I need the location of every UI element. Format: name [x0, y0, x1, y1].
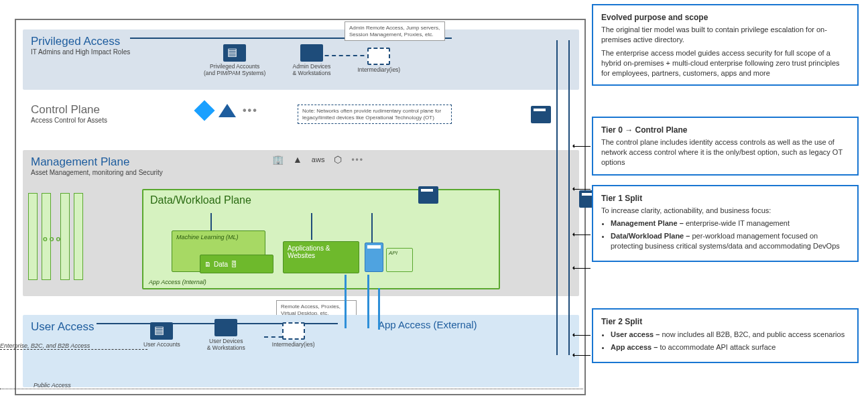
- privileged-accounts-icon: Privileged Accounts (and PIM/PAM Systems…: [204, 44, 265, 77]
- file-icon: 🗎: [204, 261, 211, 268]
- enterprise-access-diagram: Privileged Access IT Admins and High Imp…: [15, 19, 586, 395]
- more-icon: •••: [351, 155, 364, 164]
- enterprise-access-line: [0, 349, 147, 350]
- app-access-internal-label: App Access (Internal): [149, 279, 206, 285]
- api-box: API: [386, 248, 413, 272]
- enterprise-access-label: Enterprise, B2C, and B2B Access: [0, 342, 90, 349]
- database-icon: 🗄: [231, 261, 237, 268]
- list-item: Management Plane – enterprise-wide IT ma…: [611, 218, 849, 228]
- app-access-external-label: App Access (External): [378, 319, 477, 330]
- more-workloads-icon: ooo: [43, 234, 62, 243]
- workload-title: Data/Workload Plane: [150, 194, 492, 206]
- control-plane-icons: •••: [197, 103, 258, 118]
- annotation-evolved-scope: Evolved purpose and scope The original t…: [592, 4, 859, 86]
- user-accounts-icon: User Accounts: [143, 322, 180, 348]
- annotation-arrow: [574, 335, 591, 336]
- annotation-arrow: [574, 234, 591, 235]
- annotation-arrow: [574, 355, 591, 356]
- account-card-icon: [150, 322, 173, 340]
- annotation-arrow: [574, 146, 591, 147]
- applications-box: Applications & Websites: [283, 241, 359, 273]
- privileged-access-plane: Privileged Access IT Admins and High Imp…: [23, 29, 579, 90]
- pyramid-icon: [219, 104, 236, 117]
- window-icon: [367, 48, 390, 65]
- window-icon: [282, 322, 305, 340]
- public-access-line: [0, 389, 583, 389]
- intermediary-icon: Intermediary(ies): [357, 48, 400, 74]
- monitor-icon: [300, 44, 323, 62]
- building-icon: 🏢: [272, 154, 284, 165]
- user-access-plane: User Access User Accounts User Devices &…: [23, 315, 579, 387]
- privileged-callout: Admin Remote Access, Jump servers, Sessi…: [345, 21, 445, 41]
- data-workload-plane: Data/Workload Plane Machine Learning (ML…: [142, 189, 500, 289]
- azure-icon: ▲: [293, 154, 302, 165]
- account-card-icon: [223, 44, 246, 62]
- public-access-label: Public Access: [34, 382, 71, 389]
- management-plane: Management Plane Asset Management, monit…: [23, 150, 579, 296]
- list-item: App access – to accommodate API attack s…: [611, 342, 849, 352]
- user-devices-icon: User Devices & Workstations: [207, 319, 245, 352]
- monitor-icon: [214, 319, 237, 336]
- list-item: Data/Workload Plane – per-workload manag…: [611, 231, 849, 251]
- management-provider-icons: 🏢 ▲ aws ⬡ •••: [272, 154, 364, 165]
- annotation-tier1: Tier 1 Split To increase clarity, action…: [592, 185, 859, 262]
- aws-icon: aws: [312, 155, 325, 163]
- user-intermediary-icon: Intermediary(ies): [272, 322, 315, 348]
- interface-box-workload: [418, 186, 438, 204]
- annotation-tier0: Tier 0 → Control Plane The control plane…: [592, 117, 859, 176]
- polygon-icon: ⬡: [334, 154, 342, 165]
- control-note: Note: Networks often provide rudimentary…: [298, 105, 452, 124]
- diamond-icon: [194, 100, 214, 121]
- list-item: User access – now includes all B2B, B2C,…: [611, 330, 849, 340]
- admin-devices-icon: Admin Devices & Workstations: [292, 44, 330, 77]
- app-window-icon: [365, 243, 383, 272]
- mgmt-subtitle: Asset Management, monitoring and Securit…: [31, 169, 571, 176]
- annotation-tier2: Tier 2 Split User access – now includes …: [592, 308, 859, 363]
- more-icon: •••: [243, 105, 258, 117]
- interface-box-control: [531, 106, 551, 123]
- annotation-arrow: [574, 268, 591, 269]
- annotation-arrow: [574, 189, 591, 190]
- data-box: 🗎 Data 🗄: [200, 255, 273, 273]
